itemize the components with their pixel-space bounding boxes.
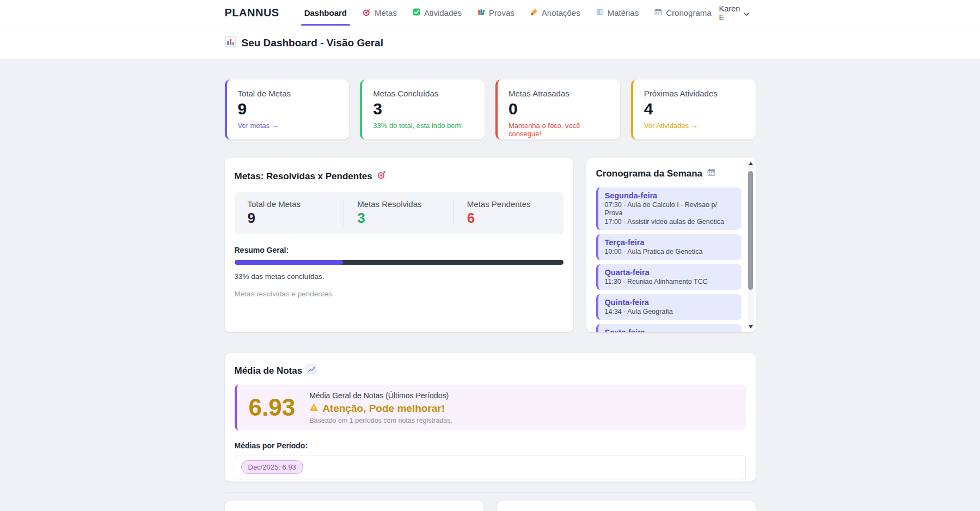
card-title-text: Cronograma da Semana (596, 168, 703, 179)
day-event: 17:00 - Assistir video aulas de Genetica (605, 218, 735, 226)
ver-atividades-link[interactable]: Ver Atividades → (644, 121, 745, 130)
panel-col-pendentes: Metas Pendentes 6 (454, 199, 564, 226)
top-nav: PLANNUS Dashboard Metas (0, 0, 980, 26)
bottom-right-card (497, 501, 756, 511)
day-item-quinta: Quinta-feira 14:34 - Aula Geografia (596, 294, 742, 320)
stat-card-total-metas: Total de Metas 9 Ver metas → (225, 80, 350, 139)
bottom-row (225, 501, 756, 511)
stat-label: Próximas Atividades (644, 89, 745, 98)
grades-card: Média de Notas 6.93 Média Geral de Notas… (225, 353, 756, 482)
warning-icon (309, 403, 318, 415)
check-icon (412, 8, 421, 18)
main-content: Total de Metas 9 Ver metas → Metas Concl… (225, 80, 756, 511)
panel-label: Metas Resolvidas (357, 199, 440, 209)
day-item-quarta: Quarta-feira 11:30 - Reuniao Alinhamento… (596, 264, 742, 290)
nav-label: Matérias (608, 8, 639, 17)
grade-average: 6.93 (249, 396, 296, 419)
stat-card-proximas-atividades: Próximas Atividades 4 Ver Atividades → (631, 80, 756, 139)
stat-footer: Mantenha o foco, você consegue! (509, 121, 609, 138)
nav-item-materias[interactable]: Matérias (588, 0, 647, 26)
middle-row: Metas: Resolvidas x Pendentes Total de M… (225, 158, 756, 332)
nav-label: Cronograma (666, 8, 711, 17)
scroll-up-button[interactable] (748, 160, 754, 167)
metas-footnote: Metas resolvidas e pendentes. (235, 290, 564, 298)
chart-up-icon (307, 364, 316, 377)
progress-bar-track (235, 260, 564, 265)
nav-item-cronograma[interactable]: Cronograma (646, 0, 719, 26)
day-event: 14:34 - Aula Geografia (605, 308, 735, 316)
nav-label: Dashboard (304, 8, 347, 17)
grade-status: Atenção, Pode melhorar! (309, 403, 452, 415)
panel-value: 3 (357, 210, 440, 226)
panel-label: Total de Metas (248, 199, 331, 209)
progress-caption: 33% das metas concluídas. (235, 272, 564, 281)
page-header: Seu Dashboard - Visão Geral (0, 26, 980, 60)
day-item-sexta: Sexta-feira 07:30 - Aula Pratica - Labor… (596, 324, 742, 332)
day-item-segunda: Segunda-feira 07:30 - Aula de Calculo I … (596, 187, 742, 230)
period-pill: Dec/2025: 6.93 (241, 460, 303, 474)
panel-col-total: Total de Metas 9 (235, 199, 344, 226)
stat-label: Total de Metas (238, 89, 339, 98)
day-name: Sexta-feira (605, 328, 735, 332)
ver-metas-link[interactable]: Ver metas → (238, 121, 339, 130)
panel-value: 9 (248, 210, 331, 226)
metas-stats-panel: Total de Metas 9 Metas Resolvidas 3 Meta… (235, 192, 564, 234)
user-name: Karen E (719, 4, 740, 22)
grade-status-text: Atenção, Pode melhorar! (322, 403, 445, 415)
stat-card-metas-atrasadas: Metas Atrasadas 0 Mantenha o foco, você … (495, 80, 620, 139)
day-list: Segunda-feira 07:30 - Aula de Calculo I … (596, 187, 742, 332)
nav-item-metas[interactable]: Metas (354, 0, 405, 26)
grade-summary-panel: 6.93 Média Geral de Notas (Últimos Perío… (235, 385, 746, 430)
book-icon (596, 8, 604, 18)
day-name: Quarta-feira (605, 268, 735, 277)
day-event: 11:30 - Reuniao Alinhamento TCC (605, 278, 735, 286)
schedule-title: Cronograma da Semana (596, 168, 742, 180)
nav-item-dashboard[interactable]: Dashboard (297, 0, 354, 26)
panel-value: 6 (467, 210, 550, 226)
nav-label: Anotações (542, 8, 580, 17)
card-title-text: Média de Notas (235, 366, 303, 376)
weekly-schedule-card: Cronograma da Semana (586, 158, 756, 332)
stat-value: 9 (238, 100, 339, 118)
pencil-icon (530, 8, 538, 18)
metas-overview-title: Metas: Resolvidas x Pendentes (235, 170, 564, 182)
period-label: Médias por Período: (235, 441, 746, 450)
nav-label: Metas (375, 8, 397, 17)
bar-chart-icon (225, 36, 236, 50)
nav-item-provas[interactable]: Provas (469, 0, 522, 26)
section-divider (225, 492, 756, 492)
stat-value: 0 (509, 100, 609, 118)
period-box: Dec/2025: 6.93 (235, 455, 746, 479)
metas-overview-card: Metas: Resolvidas x Pendentes Total de M… (225, 158, 573, 332)
calendar-icon (707, 168, 716, 180)
panel-label: Metas Pendentes (467, 199, 550, 209)
nav-item-anotacoes[interactable]: Anotações (522, 0, 588, 26)
stat-label: Metas Atrasadas (509, 89, 609, 98)
day-event: 07:30 - Aula de Calculo I - Revisao p/ P… (605, 201, 735, 217)
grade-based-on: Baseado em 1 períodos com notas registra… (309, 417, 452, 424)
day-name: Segunda-feira (605, 191, 735, 200)
nav-item-atividades[interactable]: Atividades (405, 0, 469, 26)
page-title: Seu Dashboard - Visão Geral (242, 37, 383, 49)
card-title-text: Metas: Resolvidas x Pendentes (235, 171, 372, 182)
target-icon (362, 8, 371, 19)
stats-row: Total de Metas 9 Ver metas → Metas Concl… (225, 80, 756, 139)
scroll-down-button[interactable] (748, 323, 754, 331)
user-menu[interactable]: Karen E (719, 4, 757, 22)
stat-value: 3 (373, 100, 474, 118)
grade-panel-label: Média Geral de Notas (Últimos Períodos) (309, 391, 452, 400)
target-star-icon (377, 170, 387, 182)
grades-title: Média de Notas (235, 364, 746, 377)
books-icon (477, 8, 486, 18)
nav-label: Provas (489, 8, 514, 17)
stat-footer: 33% do total, esta indo bem! (373, 121, 474, 130)
stat-value: 4 (644, 100, 745, 118)
day-name: Terça-feira (605, 238, 735, 247)
schedule-scrollbar[interactable] (748, 160, 754, 331)
grade-info: Média Geral de Notas (Últimos Períodos) … (309, 391, 452, 424)
brand-logo: PLANNUS (225, 7, 279, 19)
scrollbar-thumb[interactable] (748, 171, 753, 290)
nav-label: Atividades (424, 8, 462, 17)
main-nav: Dashboard Metas (297, 0, 719, 26)
chevron-down-icon (744, 9, 749, 17)
